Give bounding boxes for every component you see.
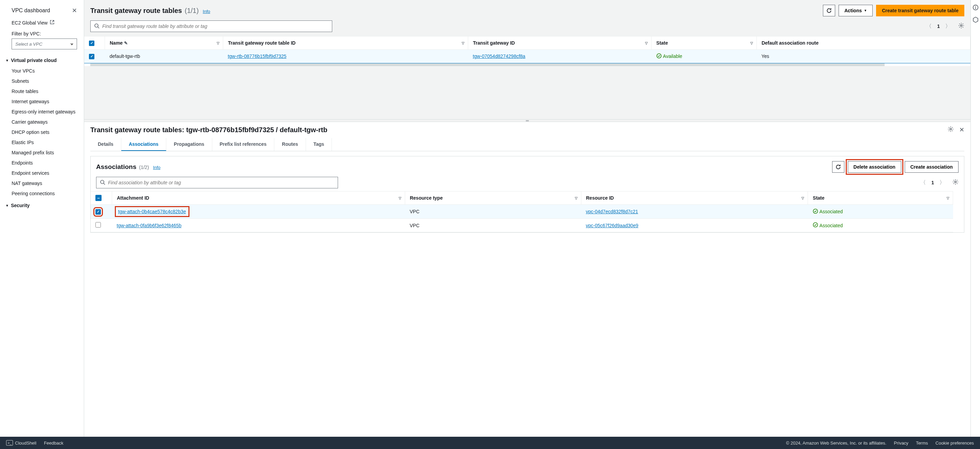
col-default-assoc[interactable]: Default association route bbox=[756, 36, 970, 49]
privacy-link[interactable]: Privacy bbox=[894, 441, 908, 446]
delete-association-button[interactable]: Delete association bbox=[848, 161, 901, 173]
cell-res-type: VPC bbox=[405, 219, 581, 232]
table-row[interactable]: ✓ default-tgw-rtb tgw-rtb-08776b15fbf9d7… bbox=[84, 49, 970, 63]
cell-default-assoc: Yes bbox=[756, 49, 970, 63]
terms-link[interactable]: Terms bbox=[916, 441, 928, 446]
col-tgw-id[interactable]: Transit gateway ID▽ bbox=[468, 36, 652, 49]
sidebar-item-managed-prefix-lists[interactable]: Managed prefix lists bbox=[0, 148, 84, 158]
horizontal-scrollbar[interactable] bbox=[90, 63, 885, 66]
settings-button[interactable] bbox=[958, 22, 964, 30]
search-input-wrapper[interactable] bbox=[90, 21, 332, 32]
row-checkbox[interactable] bbox=[95, 222, 101, 228]
sidebar-item-peering-connections[interactable]: Peering connections bbox=[0, 189, 84, 198]
create-association-button[interactable]: Create association bbox=[905, 161, 959, 173]
search-icon bbox=[94, 23, 100, 30]
status-badge: Available bbox=[656, 53, 682, 60]
detail-settings-button[interactable] bbox=[948, 126, 954, 134]
pane-splitter[interactable]: ═ bbox=[84, 119, 970, 122]
create-route-table-button[interactable]: Create transit gateway route table bbox=[876, 5, 964, 16]
gear-icon bbox=[952, 179, 959, 185]
assoc-search-wrapper[interactable] bbox=[96, 177, 338, 189]
checkbox-checked-icon: ✓ bbox=[89, 41, 94, 46]
assoc-next-page[interactable]: 〉 bbox=[938, 178, 946, 188]
col-rtb-id[interactable]: Transit gateway route table ID▽ bbox=[223, 36, 468, 49]
sort-icon: ▽ bbox=[217, 41, 220, 44]
sidebar-item-your-vpcs[interactable]: Your VPCs bbox=[0, 66, 84, 76]
page-title: Transit gateway route tables (1/1) Info bbox=[90, 7, 210, 15]
sidebar-group-vpc[interactable]: ▼ Virtual private cloud bbox=[0, 54, 84, 66]
col-name[interactable]: Name✎▽ bbox=[105, 36, 223, 49]
sidebar-item-subnets[interactable]: Subnets bbox=[0, 76, 84, 86]
vpc-filter-select[interactable]: Select a VPC bbox=[11, 38, 77, 49]
sidebar-item-internet-gateways[interactable]: Internet gateways bbox=[0, 97, 84, 106]
table-row[interactable]: ✓ tgw-attach-0b4cae578c4c82b3e VPC vpc-0… bbox=[91, 205, 953, 219]
sidebar-item-endpoint-services[interactable]: Endpoint services bbox=[0, 168, 84, 178]
tab-propagations[interactable]: Propagations bbox=[166, 138, 212, 151]
row-checkbox[interactable]: ✓ bbox=[95, 209, 101, 215]
assoc-prev-page[interactable]: 〈 bbox=[919, 178, 927, 188]
cell-res-id-link[interactable]: vpc-04d7ecd832f8d7c21 bbox=[586, 209, 638, 214]
assoc-select-all[interactable]: − bbox=[91, 192, 112, 205]
sort-icon: ▽ bbox=[802, 196, 804, 200]
col-state[interactable]: State▽ bbox=[652, 36, 757, 49]
col-assoc-state[interactable]: State▽ bbox=[808, 192, 953, 205]
assoc-settings-button[interactable] bbox=[952, 179, 959, 187]
sidebar[interactable]: VPC dashboard ✕ EC2 Global View Filter b… bbox=[0, 0, 84, 437]
cell-attach-id-link[interactable]: tgw-attach-0fa9b6f3e62f8465b bbox=[117, 223, 181, 228]
info-link[interactable]: Info bbox=[203, 9, 210, 14]
sidebar-item-dhcp-option-sets[interactable]: DHCP option sets bbox=[0, 127, 84, 137]
tab-details[interactable]: Details bbox=[90, 138, 121, 151]
route-tables-table: ✓ Name✎▽ Transit gateway route table ID▽… bbox=[84, 36, 970, 66]
cloudshell-button[interactable]: >_ CloudShell bbox=[6, 440, 37, 446]
tab-tags[interactable]: Tags bbox=[306, 138, 332, 151]
assoc-search-input[interactable] bbox=[108, 180, 334, 185]
select-all-checkbox-header[interactable]: ✓ bbox=[84, 36, 105, 49]
cell-res-type: VPC bbox=[405, 205, 581, 219]
sidebar-item-endpoints[interactable]: Endpoints bbox=[0, 158, 84, 168]
cell-rtb-id-link[interactable]: tgw-rtb-08776b15fbf9d7325 bbox=[228, 54, 286, 59]
gear-icon bbox=[958, 22, 964, 29]
sidebar-ec2-global-link[interactable]: EC2 Global View bbox=[0, 18, 84, 28]
assoc-page-number: 1 bbox=[931, 180, 934, 185]
sidebar-item-carrier-gateways[interactable]: Carrier gateways bbox=[0, 117, 84, 127]
cell-res-id-link[interactable]: vpc-05c67f26d9aad30e9 bbox=[586, 223, 638, 228]
sidebar-item-nat-gateways[interactable]: NAT gateways bbox=[0, 178, 84, 189]
assoc-pager: 〈 1 〉 bbox=[919, 178, 946, 188]
associations-title: Associations bbox=[96, 163, 136, 171]
close-sidebar-icon[interactable]: ✕ bbox=[72, 7, 77, 14]
cell-attach-id-link[interactable]: tgw-attach-0b4cae578c4c82b3e bbox=[118, 209, 186, 214]
sidebar-dashboard-link[interactable]: VPC dashboard bbox=[11, 8, 50, 14]
info-panel-button[interactable] bbox=[972, 4, 979, 11]
right-rail bbox=[970, 0, 980, 437]
associations-info-link[interactable]: Info bbox=[153, 165, 161, 170]
svg-point-4 bbox=[100, 180, 104, 184]
sidebar-item-egress-gateways[interactable]: Egress-only internet gateways bbox=[0, 106, 84, 117]
close-detail-button[interactable]: ✕ bbox=[959, 126, 964, 134]
row-checkbox[interactable]: ✓ bbox=[89, 54, 94, 59]
sidebar-group-security[interactable]: ▼ Security bbox=[0, 198, 84, 211]
search-input[interactable] bbox=[102, 24, 328, 29]
next-page-button[interactable]: 〉 bbox=[944, 21, 952, 31]
tab-associations[interactable]: Associations bbox=[121, 138, 166, 151]
assoc-refresh-button[interactable] bbox=[832, 161, 845, 173]
tab-prefix-list[interactable]: Prefix list references bbox=[212, 138, 275, 151]
sidebar-item-elastic-ips[interactable]: Elastic IPs bbox=[0, 137, 84, 148]
svg-point-0 bbox=[95, 24, 98, 27]
page-number: 1 bbox=[937, 24, 940, 29]
help-panel-button[interactable] bbox=[972, 16, 979, 23]
sidebar-item-route-tables[interactable]: Route tables bbox=[0, 86, 84, 97]
caret-down-icon: ▼ bbox=[5, 204, 9, 208]
col-res-type[interactable]: Resource type▽ bbox=[405, 192, 581, 205]
feedback-link[interactable]: Feedback bbox=[44, 441, 64, 446]
cell-tgw-id-link[interactable]: tgw-07054d8274298cf8a bbox=[473, 54, 525, 59]
col-res-id[interactable]: Resource ID▽ bbox=[581, 192, 808, 205]
caret-down-icon: ▼ bbox=[864, 9, 867, 12]
sort-icon: ▽ bbox=[750, 41, 753, 44]
prev-page-button[interactable]: 〈 bbox=[925, 21, 933, 31]
tab-routes[interactable]: Routes bbox=[274, 138, 305, 151]
actions-button[interactable]: Actions ▼ bbox=[838, 5, 873, 16]
cookie-preferences-link[interactable]: Cookie preferences bbox=[935, 441, 974, 446]
refresh-button[interactable] bbox=[823, 5, 835, 16]
table-row[interactable]: tgw-attach-0fa9b6f3e62f8465b VPC vpc-05c… bbox=[91, 219, 953, 232]
col-attach-id[interactable]: Attachment ID▽ bbox=[112, 192, 405, 205]
